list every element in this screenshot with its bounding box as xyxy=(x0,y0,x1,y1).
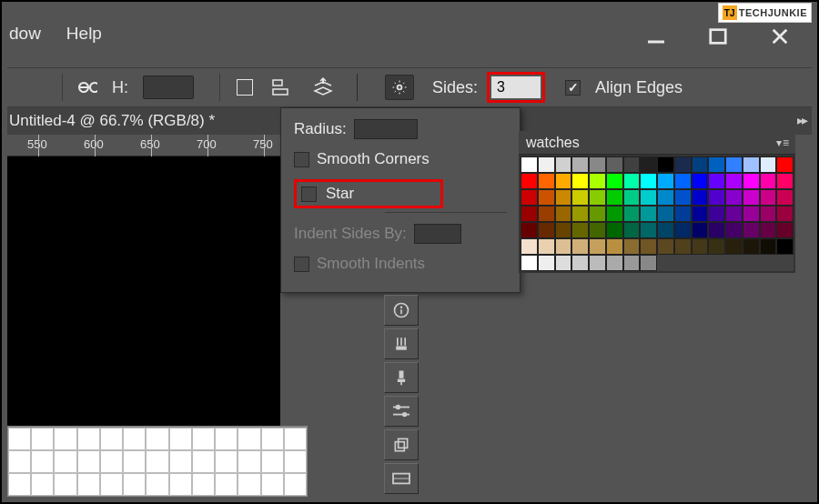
fill-stroke-icon[interactable] xyxy=(237,79,253,96)
color-swatch[interactable] xyxy=(776,156,794,173)
panel-menu-icon[interactable]: ▾ ≡ xyxy=(776,136,788,149)
align-edges-checkbox[interactable]: ✓ xyxy=(565,80,581,96)
color-swatch[interactable] xyxy=(760,189,777,206)
menu-window[interactable]: dow xyxy=(9,24,41,44)
color-swatch[interactable] xyxy=(725,238,743,255)
color-swatch[interactable] xyxy=(674,173,692,189)
color-swatch[interactable] xyxy=(555,255,572,271)
document-tab[interactable]: Untitled-4 @ 66.7% (RGB/8) * xyxy=(9,112,215,130)
panel-collapse-icon[interactable]: ▸▸ xyxy=(797,113,806,127)
color-swatch[interactable] xyxy=(725,189,743,206)
history-tool[interactable] xyxy=(384,463,419,494)
color-swatch[interactable] xyxy=(725,222,743,238)
color-swatch[interactable] xyxy=(708,156,725,173)
color-swatch[interactable] xyxy=(692,173,709,189)
color-swatch[interactable] xyxy=(725,173,743,189)
color-swatch[interactable] xyxy=(571,255,589,271)
color-swatch[interactable] xyxy=(538,238,555,255)
color-swatch[interactable] xyxy=(760,238,777,255)
color-swatch[interactable] xyxy=(708,189,725,206)
align-icon[interactable] xyxy=(271,77,293,97)
color-swatch[interactable] xyxy=(538,189,555,206)
smooth-corners-checkbox[interactable] xyxy=(294,152,309,167)
color-swatch[interactable] xyxy=(760,156,777,173)
color-swatch[interactable] xyxy=(674,156,692,173)
color-swatch[interactable] xyxy=(589,156,606,173)
color-swatch[interactable] xyxy=(623,255,641,271)
color-swatch[interactable] xyxy=(657,238,674,255)
color-swatch[interactable] xyxy=(606,238,623,255)
color-swatch[interactable] xyxy=(657,189,674,206)
color-swatch[interactable] xyxy=(743,206,760,222)
star-checkbox[interactable] xyxy=(301,186,317,202)
swatches-panel-title[interactable]: watches xyxy=(526,135,580,151)
color-swatch[interactable] xyxy=(623,238,641,255)
color-swatch[interactable] xyxy=(743,222,760,238)
color-swatch[interactable] xyxy=(589,206,606,222)
color-swatch[interactable] xyxy=(640,156,657,173)
color-swatch[interactable] xyxy=(521,222,538,238)
color-swatch[interactable] xyxy=(657,206,674,222)
color-swatch[interactable] xyxy=(692,156,709,173)
color-swatch[interactable] xyxy=(743,189,760,206)
color-swatch[interactable] xyxy=(623,173,641,189)
canvas-area[interactable] xyxy=(7,156,280,426)
clone-source-tool[interactable] xyxy=(384,429,419,460)
color-swatch[interactable] xyxy=(555,222,572,238)
color-swatch[interactable] xyxy=(657,222,674,238)
color-swatch[interactable] xyxy=(640,222,657,238)
color-swatch[interactable] xyxy=(521,238,538,255)
color-swatch[interactable] xyxy=(743,238,760,255)
color-swatch[interactable] xyxy=(657,156,674,173)
color-swatch[interactable] xyxy=(571,238,589,255)
color-swatch[interactable] xyxy=(606,156,623,173)
color-swatch[interactable] xyxy=(623,189,641,206)
color-swatch[interactable] xyxy=(692,238,709,255)
color-swatch[interactable] xyxy=(521,156,538,173)
height-input[interactable] xyxy=(143,76,194,99)
close-button[interactable] xyxy=(759,24,801,49)
radius-input[interactable] xyxy=(354,119,418,139)
color-swatch[interactable] xyxy=(555,238,572,255)
color-swatch[interactable] xyxy=(692,189,709,206)
color-swatch[interactable] xyxy=(589,189,606,206)
maximize-button[interactable] xyxy=(697,24,739,49)
color-swatch[interactable] xyxy=(606,222,623,238)
color-swatch[interactable] xyxy=(743,173,760,189)
color-swatch[interactable] xyxy=(606,255,623,271)
brush-tool[interactable] xyxy=(384,362,419,393)
color-swatch[interactable] xyxy=(640,173,657,189)
color-swatch[interactable] xyxy=(674,222,692,238)
color-swatch[interactable] xyxy=(674,189,692,206)
color-swatch[interactable] xyxy=(571,206,589,222)
color-swatch[interactable] xyxy=(776,222,794,238)
sliders-tool[interactable] xyxy=(384,396,419,427)
color-swatch[interactable] xyxy=(708,222,725,238)
color-swatch[interactable] xyxy=(589,173,606,189)
color-swatch[interactable] xyxy=(640,238,657,255)
arrange-icon[interactable] xyxy=(311,76,335,98)
color-swatch[interactable] xyxy=(521,189,538,206)
color-swatch[interactable] xyxy=(538,206,555,222)
color-swatch[interactable] xyxy=(606,173,623,189)
color-swatch[interactable] xyxy=(776,238,794,255)
color-swatch[interactable] xyxy=(538,173,555,189)
color-swatch[interactable] xyxy=(725,156,743,173)
color-swatch[interactable] xyxy=(555,173,572,189)
color-swatch[interactable] xyxy=(692,222,709,238)
color-swatch[interactable] xyxy=(640,255,657,271)
color-swatch[interactable] xyxy=(743,156,760,173)
color-swatch[interactable] xyxy=(760,173,777,189)
color-swatch[interactable] xyxy=(776,189,794,206)
color-swatch[interactable] xyxy=(606,206,623,222)
color-swatch[interactable] xyxy=(589,238,606,255)
color-swatch[interactable] xyxy=(623,206,641,222)
color-swatch[interactable] xyxy=(555,156,572,173)
color-swatch[interactable] xyxy=(589,255,606,271)
color-swatch[interactable] xyxy=(708,206,725,222)
color-swatch[interactable] xyxy=(571,222,589,238)
color-swatch[interactable] xyxy=(657,173,674,189)
color-swatch[interactable] xyxy=(760,222,777,238)
brush-presets-tool[interactable] xyxy=(384,328,419,359)
color-swatch[interactable] xyxy=(708,238,725,255)
